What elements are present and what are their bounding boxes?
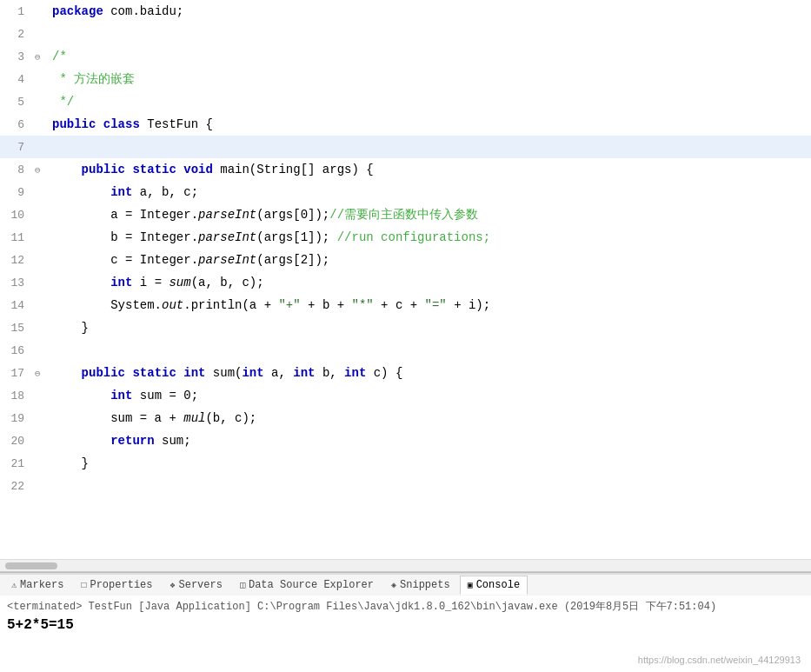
line-content [49, 23, 811, 45]
line-content: */ [49, 90, 811, 113]
code-token: int [52, 276, 140, 289]
code-token: b, [322, 366, 344, 380]
code-token: a, [271, 366, 293, 380]
code-token: (args[0]); [256, 208, 329, 222]
code-token: parseInt [198, 230, 256, 244]
markers-icon: ⚠ [11, 580, 17, 590]
tab-snippets[interactable]: ◈Snippets [383, 576, 458, 595]
code-token: int [242, 366, 271, 380]
line-content: sum = a + mul(b, c); [49, 407, 811, 429]
tab-markers[interactable]: ⚠Markers [3, 576, 71, 595]
code-token: public [52, 163, 132, 176]
servers-icon: ❖ [170, 580, 175, 590]
code-line-8: 8⊖ public static void main(String[] args… [0, 158, 811, 181]
code-line-22: 22 [0, 475, 811, 497]
code-line-12: 12 c = Integer.parseInt(args[2]); [0, 249, 811, 271]
code-token: (a, b, c); [191, 276, 264, 289]
scrollbar-thumb[interactable] [5, 562, 57, 569]
line-number: 7 [0, 136, 35, 158]
code-token: (b, c); [205, 411, 256, 425]
line-arrow: ⊖ [35, 158, 49, 181]
line-content: b = Integer.parseInt(args[1]); //run con… [49, 226, 811, 249]
line-content: a = Integer.parseInt(args[0]);//需要向主函数中传… [49, 203, 811, 226]
line-content [49, 475, 811, 497]
code-token: (args[2]); [256, 253, 329, 267]
code-token: public [52, 366, 132, 380]
code-token: (String[] args) { [249, 163, 374, 176]
code-line-6: 6public class TestFun { [0, 113, 811, 136]
line-arrow [35, 316, 49, 339]
code-token: */ [52, 95, 74, 109]
line-number: 16 [0, 339, 35, 362]
line-arrow [35, 181, 49, 203]
line-arrow [35, 407, 49, 429]
line-number: 12 [0, 249, 35, 271]
code-line-13: 13 int i = sum(a, b, c); [0, 271, 811, 294]
code-token: c = Integer. [52, 253, 198, 267]
line-content: } [49, 316, 811, 339]
line-arrow [35, 271, 49, 294]
watermark: https://blog.csdn.net/weixin_44129913 [638, 655, 801, 665]
tab-data-source-explorer[interactable]: ◫Data Source Explorer [232, 576, 382, 595]
line-number: 20 [0, 429, 35, 452]
code-token: sum [169, 276, 190, 289]
line-arrow [35, 249, 49, 271]
code-token: .println(a + [183, 298, 278, 312]
code-token: com.baidu; [110, 4, 183, 18]
line-arrow [35, 339, 49, 362]
line-number: 13 [0, 271, 35, 294]
line-number: 17 [0, 362, 35, 384]
tab-properties[interactable]: □Properties [73, 576, 160, 595]
code-line-4: 4 * 方法的嵌套 [0, 68, 811, 90]
line-number: 21 [0, 452, 35, 475]
console-terminated-line: <terminated> TestFun [Java Application] … [7, 599, 804, 614]
code-token: System. [52, 298, 162, 312]
code-token: (args[1]); [256, 230, 336, 244]
code-token: i = [140, 276, 170, 289]
tab-label: Markers [20, 579, 63, 591]
code-line-5: 5 */ [0, 90, 811, 113]
code-token: c) { [374, 366, 403, 380]
code-token: package [52, 4, 110, 18]
line-arrow [35, 90, 49, 113]
line-arrow [35, 475, 49, 497]
code-line-19: 19 sum = a + mul(b, c); [0, 407, 811, 429]
code-token: //run configurations; [337, 230, 490, 244]
tab-servers[interactable]: ❖Servers [162, 576, 229, 595]
line-number: 19 [0, 407, 35, 429]
line-content: public static void main(String[] args) { [49, 158, 811, 181]
line-content: int sum = 0; [49, 384, 811, 407]
tab-console[interactable]: ▣Console [460, 576, 528, 595]
horizontal-scrollbar[interactable] [0, 559, 811, 571]
code-token: } [52, 456, 89, 470]
code-token: "*" [352, 298, 374, 312]
line-arrow [35, 203, 49, 226]
bottom-tabs: ⚠Markers□Properties❖Servers◫Data Source … [0, 573, 811, 595]
code-container[interactable]: 1package com.baidu;23⊖/*4 * 方法的嵌套5 */6pu… [0, 0, 811, 559]
code-line-21: 21 } [0, 452, 811, 475]
code-token: parseInt [198, 253, 256, 267]
line-content [49, 136, 811, 158]
line-arrow [35, 113, 49, 136]
code-token: + c + [374, 298, 425, 312]
code-line-11: 11 b = Integer.parseInt(args[1]); //run … [0, 226, 811, 249]
line-arrow [35, 429, 49, 452]
line-number: 8 [0, 158, 35, 181]
editor-area: 1package com.baidu;23⊖/*4 * 方法的嵌套5 */6pu… [0, 0, 811, 572]
line-content: return sum; [49, 429, 811, 452]
line-number: 14 [0, 294, 35, 316]
line-content: } [49, 452, 811, 475]
code-token: static [132, 163, 183, 176]
line-content: public static int sum(int a, int b, int … [49, 362, 811, 384]
line-arrow [35, 23, 49, 45]
code-line-17: 17⊖ public static int sum(int a, int b, … [0, 362, 811, 384]
code-line-3: 3⊖/* [0, 45, 811, 68]
code-token: int [52, 185, 140, 199]
code-line-16: 16 [0, 339, 811, 362]
code-token: int [293, 366, 322, 380]
data source explorer-icon: ◫ [240, 580, 245, 590]
tab-label: Servers [179, 579, 223, 591]
code-line-7: 7 [0, 136, 811, 158]
code-token: static [132, 366, 183, 380]
code-table: 1package com.baidu;23⊖/*4 * 方法的嵌套5 */6pu… [0, 0, 811, 497]
